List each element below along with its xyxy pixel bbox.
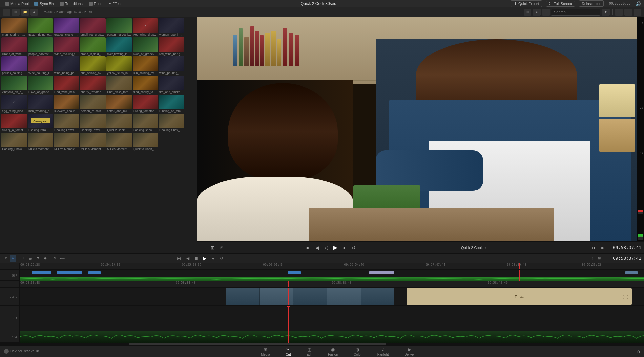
list-item[interactable]: Wine_trickling_fro... bbox=[54, 37, 79, 56]
list-item[interactable]: Millie's Moments ... bbox=[54, 133, 79, 151]
list-item[interactable]: Quick to Cook_... bbox=[133, 133, 158, 151]
list-item[interactable]: Cooking Intro Cooking Intro Log... bbox=[28, 114, 53, 132]
nav-item-edit[interactable]: ◫ Edit bbox=[299, 346, 320, 357]
list-item[interactable]: ♪ Red_wine_droppin... bbox=[133, 18, 158, 37]
text-clip-v2[interactable]: T Text [↔] bbox=[407, 288, 632, 305]
new-bin-button[interactable]: 📁 bbox=[21, 9, 29, 16]
fit-button[interactable]: ↔ bbox=[634, 9, 641, 16]
nav-item-color[interactable]: ◑ Color bbox=[346, 346, 369, 357]
list-item[interactable]: sun_shining_over... bbox=[133, 56, 158, 75]
list-item[interactable]: tractor_riding_ove... bbox=[28, 18, 53, 37]
filter-button[interactable]: ⫶ bbox=[542, 9, 550, 16]
import-button[interactable]: ⬇ bbox=[30, 9, 38, 16]
list-item[interactable]: crops_in_field_at... bbox=[80, 37, 106, 56]
clip-v2-beige[interactable] bbox=[369, 271, 394, 274]
nav-item-fusion[interactable]: ◉ Fusion bbox=[320, 346, 346, 357]
timecode-view-button[interactable]: ⧇ bbox=[218, 244, 226, 252]
tl-audio-scrub[interactable]: ♫ bbox=[589, 255, 595, 262]
zoom-in-button[interactable]: + bbox=[615, 9, 623, 16]
list-item[interactable]: Millie's Moments ... bbox=[28, 133, 53, 151]
next-clip-button[interactable]: ⏭ bbox=[599, 244, 607, 252]
list-item[interactable]: Cooking Show bbox=[133, 114, 158, 132]
goto-end-button[interactable]: ⏭ bbox=[341, 244, 348, 252]
list-view-button[interactable]: ☰ bbox=[3, 9, 10, 16]
inspector-button[interactable]: ⧉ Inspector bbox=[579, 0, 604, 7]
list-item[interactable]: people_harvesting... bbox=[28, 37, 53, 56]
nav-item-cut[interactable]: ✂ Cut bbox=[278, 346, 299, 357]
list-item[interactable]: Cooking_Show_tvc bbox=[1, 133, 27, 151]
source-button[interactable]: ⌯ bbox=[199, 244, 207, 252]
sync-bin-tab[interactable]: Sync Bin bbox=[32, 1, 56, 6]
list-item[interactable]: Red_wine_being_p... bbox=[54, 76, 79, 94]
list-item[interactable]: vineyard_on_a_far... bbox=[1, 76, 27, 94]
list-item[interactable]: wine_pouring_into... bbox=[159, 56, 184, 75]
list-item[interactable]: red_wine_being_p... bbox=[159, 37, 184, 56]
nav-item-fairlight[interactable]: ♫ Fairlight bbox=[369, 346, 397, 357]
tl-settings[interactable]: ☰ bbox=[603, 255, 610, 262]
link-button[interactable]: ⛓ bbox=[27, 255, 34, 262]
list-item[interactable]: Wine_pouring_int... bbox=[28, 56, 53, 75]
list-item[interactable]: Cooking Lower Thi... bbox=[54, 114, 79, 132]
wave-button[interactable]: ≋ bbox=[52, 255, 58, 262]
timeline-scrollbar-thumb[interactable] bbox=[129, 343, 386, 345]
clip-blue-3[interactable] bbox=[88, 271, 101, 274]
quick-export-button[interactable]: ⬆ Quick Export bbox=[511, 0, 542, 7]
list-item[interactable]: Chef_picks_tomat... bbox=[106, 76, 132, 94]
snap-button[interactable]: ⊥ bbox=[20, 255, 27, 262]
step-back-button[interactable]: ◀ bbox=[313, 244, 321, 252]
list-item[interactable]: Rinsing_off_tomat... bbox=[159, 95, 184, 113]
list-item[interactable]: sun_shining_over... bbox=[80, 56, 106, 75]
goto-start-button[interactable]: ⏮ bbox=[304, 244, 312, 252]
clip-blue-4[interactable] bbox=[288, 271, 301, 274]
marker-button[interactable]: ◆ bbox=[42, 255, 48, 262]
loop-button[interactable]: ↺ bbox=[350, 244, 358, 252]
volume-button[interactable]: 🔊 bbox=[636, 1, 641, 6]
list-item[interactable]: Millie's Moments ... bbox=[80, 133, 106, 151]
list-item[interactable]: Slicing_a_tomato... bbox=[1, 114, 27, 132]
timeline-scrollbar[interactable] bbox=[0, 343, 644, 345]
tl-goto-start[interactable]: ⏮ bbox=[176, 255, 183, 262]
list-item[interactable]: yellow_fields_in_bl... bbox=[106, 56, 132, 75]
media-pool-tab[interactable]: Media Pool bbox=[3, 1, 31, 6]
titles-tab[interactable]: Titles bbox=[86, 1, 105, 6]
full-screen-button[interactable]: ⛶ Full Screen bbox=[546, 1, 575, 7]
list-item[interactable]: river_flowing_in_t... bbox=[106, 37, 132, 56]
list-item[interactable]: person_harvestin... bbox=[106, 18, 132, 37]
cooking-clip-v2[interactable]: ⇄ bbox=[226, 288, 394, 305]
nav-item-media[interactable]: ⊞ Media bbox=[253, 346, 278, 357]
tl-loop[interactable]: ↺ bbox=[218, 255, 225, 262]
play-reverse-button[interactable]: ◁ bbox=[322, 244, 330, 252]
list-item[interactable]: person_brushing_... bbox=[80, 95, 106, 113]
list-item[interactable]: man_pouring_liqu... bbox=[1, 18, 27, 37]
list-item[interactable]: fried_cherry_toma... bbox=[133, 76, 158, 94]
list-item[interactable]: woman_opening_... bbox=[159, 18, 184, 37]
list-item[interactable]: rows_of_grapevIn... bbox=[133, 37, 158, 56]
transitions-tab[interactable]: Transitions bbox=[57, 1, 85, 6]
dropdown-arrow[interactable]: ∨ bbox=[484, 246, 486, 249]
search-input[interactable] bbox=[551, 9, 600, 16]
trim-tool[interactable]: ✂ bbox=[10, 255, 16, 262]
tl-stop[interactable]: ⏹ bbox=[193, 255, 200, 262]
tl-play[interactable]: ▶ bbox=[201, 255, 208, 262]
search-options-button[interactable]: ▼ bbox=[602, 9, 610, 16]
sort-button[interactable]: ≡ bbox=[533, 9, 541, 16]
list-item[interactable]: wine_being_poure... bbox=[54, 56, 79, 75]
select-tool[interactable]: ▾ bbox=[3, 255, 9, 262]
prev-clip-button[interactable]: ⏮ bbox=[590, 244, 597, 252]
list-item[interactable]: Cooking Show_ bbox=[159, 114, 184, 132]
list-item[interactable]: Drops_of_wine_sp... bbox=[1, 37, 27, 56]
tl-play-reverse[interactable]: ◀ bbox=[184, 255, 191, 262]
zoom-out-button[interactable]: − bbox=[624, 9, 632, 16]
list-item[interactable]: Rows_of_grape_tr... bbox=[28, 76, 53, 94]
list-item[interactable]: person_holding_a... bbox=[1, 56, 27, 75]
list-item[interactable]: small_red_grape_c... bbox=[80, 18, 106, 37]
list-item[interactable]: man_wearing_an... bbox=[28, 95, 53, 113]
list-item[interactable]: Cooking Lower Thi... bbox=[80, 114, 106, 132]
list-item[interactable]: grapes_cluster_on... bbox=[54, 18, 79, 37]
list-item[interactable]: Quick 2 Cook bbox=[106, 114, 132, 132]
list-item[interactable]: Millie's Moments ... bbox=[106, 133, 132, 151]
effects-tab[interactable]: ✦ Effects bbox=[106, 1, 126, 6]
list-item[interactable]: ♪ egg_being_placed... bbox=[1, 95, 27, 113]
flag-button[interactable]: ⚑ bbox=[34, 255, 41, 262]
nav-item-deliver[interactable]: ▶ Deliver bbox=[397, 346, 423, 357]
